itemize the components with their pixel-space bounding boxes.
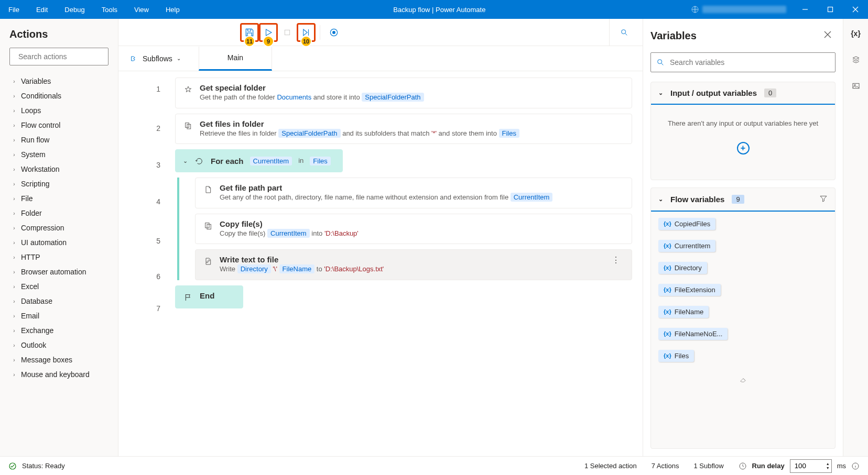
actions-search[interactable] xyxy=(9,48,108,65)
variables-panel: Variables ⌄ Input / output variables 0 xyxy=(643,19,843,456)
actions-heading: Actions xyxy=(0,19,118,48)
actions-categories[interactable]: ›Variables ›Conditionals ›Loops ›Flow co… xyxy=(0,72,118,456)
cat-flow-control[interactable]: ›Flow control xyxy=(0,118,118,132)
status-text: Status: Ready xyxy=(22,462,65,470)
right-rail: {x} xyxy=(843,19,868,456)
status-ok-icon xyxy=(8,462,17,470)
flow-variables-header[interactable]: ⌄ Flow variables 9 xyxy=(651,188,835,212)
step-write-text-to-file[interactable]: Write text to file Write Directory '\' F… xyxy=(195,249,632,280)
minimize-button[interactable] xyxy=(793,0,818,19)
close-window-button[interactable] xyxy=(843,0,868,19)
step-for-each[interactable]: ⌄ For each CurrentItem in Files xyxy=(175,149,343,172)
environment-icon xyxy=(691,5,699,14)
run-delay-label: Run delay xyxy=(752,462,785,470)
cat-workstation[interactable]: ›Workstation xyxy=(0,162,118,176)
cat-exchange[interactable]: ›Exchange xyxy=(0,323,118,338)
cat-mouse-keyboard[interactable]: ›Mouse and keyboard xyxy=(0,367,118,382)
step-copy-files[interactable]: Copy file(s) Copy the file(s) CurrentIte… xyxy=(195,214,632,245)
save-button[interactable]: 11 xyxy=(240,23,259,42)
rail-variables-button[interactable]: {x} xyxy=(849,26,863,41)
add-variable-button[interactable]: + xyxy=(737,142,750,154)
svg-rect-3 xyxy=(285,30,289,35)
var-filename[interactable]: {x}FileName xyxy=(658,304,828,319)
cat-http[interactable]: ›HTTP xyxy=(0,250,118,264)
environment-badge[interactable] xyxy=(691,5,786,14)
copy-icon xyxy=(203,220,213,231)
menu-debug[interactable]: Debug xyxy=(56,0,93,19)
cat-email[interactable]: ›Email xyxy=(0,308,118,323)
io-variables-header[interactable]: ⌄ Input / output variables 0 xyxy=(651,82,835,105)
cat-ui-automation[interactable]: ›UI automation xyxy=(0,235,118,250)
cat-compression[interactable]: ›Compression xyxy=(0,220,118,235)
step-end[interactable]: End xyxy=(175,285,243,308)
cat-variables[interactable]: ›Variables xyxy=(0,74,118,89)
clear-button[interactable] xyxy=(651,371,835,390)
status-bar: Status: Ready 1 Selected action 7 Action… xyxy=(0,456,868,475)
step-more-menu[interactable]: ⋮ xyxy=(607,255,624,265)
var-currentitem[interactable]: {x}CurrentItem xyxy=(658,238,828,253)
cat-folder[interactable]: ›Folder xyxy=(0,206,118,220)
step-get-files-in-folder[interactable]: Get files in folder Retrieve the files i… xyxy=(175,114,632,145)
cat-database[interactable]: ›Database xyxy=(0,294,118,308)
cat-system[interactable]: ›System xyxy=(0,147,118,162)
tabs-row: Subflows ⌄ Main xyxy=(118,46,643,71)
cat-file[interactable]: ›File xyxy=(0,191,118,206)
chevron-down-icon: ⌄ xyxy=(658,90,663,96)
annotation-bubble-11: 11 xyxy=(244,36,255,47)
flow-variables-list[interactable]: {x}CopiedFiles {x}CurrentItem {x}Directo… xyxy=(651,212,835,371)
step-get-special-folder[interactable]: Get special folder Get the path of the f… xyxy=(175,78,632,108)
cat-message-boxes[interactable]: ›Message boxes xyxy=(0,352,118,367)
cat-conditionals[interactable]: ›Conditionals xyxy=(0,89,118,103)
annotation-bubble-10: 10 xyxy=(300,36,312,47)
menu-view[interactable]: View xyxy=(126,0,157,19)
record-button[interactable] xyxy=(324,23,343,42)
stop-button[interactable] xyxy=(278,23,297,42)
clock-icon xyxy=(739,462,747,470)
run-delay-input[interactable] xyxy=(790,459,832,473)
maximize-button[interactable] xyxy=(818,0,843,19)
var-files[interactable]: {x}Files xyxy=(658,348,828,363)
cat-scripting[interactable]: ›Scripting xyxy=(0,176,118,191)
variables-heading: Variables xyxy=(650,30,820,42)
menu-edit[interactable]: Edit xyxy=(28,0,56,19)
close-panel-button[interactable] xyxy=(820,27,836,45)
chevron-down-icon[interactable]: ⌄ xyxy=(183,158,188,164)
flow-canvas[interactable]: Get special folder Get the path of the f… xyxy=(171,71,643,456)
cat-loops[interactable]: ›Loops xyxy=(0,103,118,118)
var-fileextension[interactable]: {x}FileExtension xyxy=(658,282,828,297)
step-get-file-path-part[interactable]: Get file path part Get any of the root p… xyxy=(195,178,632,208)
info-icon[interactable] xyxy=(851,462,860,470)
menu-help[interactable]: Help xyxy=(157,0,188,19)
svg-point-6 xyxy=(621,29,625,34)
delay-spinner[interactable]: ▲▼ xyxy=(826,462,830,470)
annotation-bubble-9: 9 xyxy=(263,36,274,47)
cat-excel[interactable]: ›Excel xyxy=(0,279,118,294)
rail-images-button[interactable] xyxy=(849,79,863,93)
variables-search[interactable] xyxy=(650,52,836,72)
write-file-icon xyxy=(203,256,213,267)
tab-main[interactable]: Main xyxy=(199,47,272,71)
subflows-dropdown[interactable]: Subflows ⌄ xyxy=(126,54,185,63)
menu-bar: File Edit Debug Tools View Help xyxy=(0,0,188,19)
flow-count-badge: 9 xyxy=(732,195,744,204)
menu-file[interactable]: File xyxy=(0,0,28,19)
var-copiedfiles[interactable]: {x}CopiedFiles xyxy=(658,216,828,231)
step-button[interactable]: 10 xyxy=(297,23,316,42)
actions-search-input[interactable] xyxy=(18,52,110,61)
filter-button[interactable] xyxy=(819,194,828,204)
cat-browser-automation[interactable]: ›Browser automation xyxy=(0,264,118,279)
cat-outlook[interactable]: ›Outlook xyxy=(0,338,118,352)
chevron-down-icon: ⌄ xyxy=(658,196,663,203)
actions-count: 7 Actions xyxy=(652,462,679,470)
flag-icon xyxy=(183,292,193,303)
flow-variables-section: ⌄ Flow variables 9 {x}CopiedFiles {x}Cur… xyxy=(650,187,836,449)
variables-search-input[interactable] xyxy=(670,58,830,67)
var-directory[interactable]: {x}Directory xyxy=(658,260,828,275)
var-filenamenoext[interactable]: {x}FileNameNoE... xyxy=(658,326,828,341)
canvas-search-button[interactable] xyxy=(609,19,638,46)
rail-ui-elements-button[interactable] xyxy=(849,52,863,67)
line-gutter: 1 2 3 4 5 6 7 xyxy=(118,71,171,456)
cat-run-flow[interactable]: ›Run flow xyxy=(0,132,118,147)
run-button[interactable]: 9 xyxy=(259,23,278,42)
menu-tools[interactable]: Tools xyxy=(93,0,126,19)
